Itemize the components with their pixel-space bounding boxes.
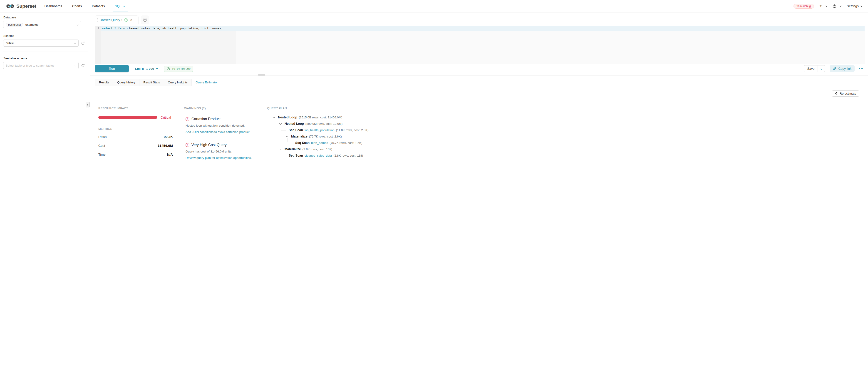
plan-node-stats: (2.8K rows, cost: 132) (303, 148, 332, 151)
plan-node-stats: (2.8K rows, cost: 118) (333, 154, 363, 157)
sql-keyword: select (102, 27, 113, 30)
nav-menu: Dashboards Charts Datasets SQL (44, 0, 125, 12)
active-tab-underline (113, 11, 128, 12)
nav-item-sql-label: SQL (115, 4, 122, 8)
schema-select[interactable]: public (3, 39, 79, 47)
database-engine-tag: postgresql (6, 23, 23, 27)
warning-item: ! Cartesian Product Nested loop without … (184, 117, 258, 133)
scrollbar-thumb[interactable] (89, 102, 90, 107)
clock-icon (167, 67, 170, 70)
close-tab-icon[interactable]: × (130, 18, 132, 22)
metric-value: 31456.0M (158, 144, 173, 148)
table-select-placeholder: Select table or type to search tables (6, 64, 55, 67)
metric-label: Cost (98, 144, 105, 148)
tab-query-history[interactable]: Query history (113, 79, 140, 86)
check-circle-icon: ✓ (124, 18, 128, 22)
brand-name: Superset (17, 3, 36, 9)
new-query-tab-button[interactable]: + (141, 16, 149, 24)
navbar: Superset Dashboards Charts Datasets SQL … (0, 0, 434, 12)
query-plan-node: Seq Scan wb_health_population (11.8K row… (267, 127, 434, 133)
database-label: Database (3, 16, 87, 19)
plan-node-name: Nested Loop (285, 122, 304, 125)
sql-lab-sidebar: Database postgresql examples Schema publ… (0, 12, 90, 195)
warning-circle-icon: ! (186, 117, 189, 121)
limit-label: LIMIT: (135, 67, 144, 70)
pane-resize-handle[interactable] (258, 74, 265, 76)
warnings-panel: WARNINGS (2) ! Cartesian Product Nested … (178, 101, 264, 195)
timer-value: 00:00:00.00 (172, 67, 190, 70)
divider (3, 52, 88, 52)
run-button[interactable]: Run (95, 65, 129, 72)
query-plan-node: Materialize (2.8K rows, cost: 132) (267, 146, 434, 152)
collapse-sidebar-button[interactable] (86, 102, 89, 108)
chevron-down-icon (123, 4, 125, 7)
plan-node-name: Materialize (291, 134, 308, 138)
warning-circle-icon: ! (186, 143, 189, 147)
plus-circle-icon: + (143, 18, 147, 22)
plan-node-name: Seq Scan (295, 141, 310, 145)
query-plan-node: Materialize (75.7K rows, cost: 2.6K) (267, 133, 434, 140)
schema-value: public (6, 41, 13, 45)
warning-title: Cartesian Product (191, 117, 220, 121)
caret-down-icon (156, 68, 158, 69)
warnings-heading: WARNINGS (2) (184, 107, 258, 110)
metric-label: Rows (98, 135, 106, 139)
query-tab-strip: Untitled Query 1 ✓ × + (95, 16, 434, 24)
chevron-down-icon[interactable] (279, 122, 282, 124)
line-number: 1 (95, 26, 101, 30)
schema-label: Schema (3, 34, 87, 37)
metrics-heading: METRICS (98, 127, 173, 130)
query-tab[interactable]: Untitled Query 1 ✓ × (95, 16, 138, 24)
table-link[interactable]: wb_health_population (305, 128, 334, 132)
chevron-down-icon (74, 42, 76, 44)
warning-title: Very High Cost Query (191, 143, 227, 147)
sql-lab-main: Untitled Query 1 ✓ × + 1 select * from c… (90, 12, 434, 195)
database-select[interactable]: postgresql examples (3, 21, 81, 28)
drag-handle-icon[interactable] (97, 18, 98, 22)
tab-query-insights[interactable]: Query Insights (164, 79, 192, 86)
plan-node-name: Seq Scan (289, 154, 303, 157)
nav-item-datasets[interactable]: Datasets (92, 0, 105, 12)
table-link[interactable]: cleaned_sales_data (305, 154, 332, 157)
tab-result-stats[interactable]: Result Stats (139, 79, 164, 86)
tab-results[interactable]: Results (95, 79, 113, 86)
chevron-down-icon[interactable] (279, 148, 282, 150)
database-value: examples (25, 23, 38, 26)
chevron-down-icon[interactable] (286, 135, 288, 137)
refresh-schemas-button[interactable] (81, 41, 85, 45)
tab-query-estimator[interactable]: Query Estimator (191, 79, 222, 86)
warning-suggestion-link[interactable]: Review query plan for optimization oppor… (186, 156, 252, 159)
query-plan-node: Seq Scan birth_names (75.7K rows, cost: … (267, 140, 434, 146)
query-plan-tree: Nested Loop (2515.0B rows, cost: 31456.0… (267, 114, 434, 159)
sql-editor[interactable]: 1 select * from cleaned_sales_data, wb_h… (95, 26, 434, 64)
superset-infinity-icon (6, 3, 14, 9)
metric-value: N/A (167, 152, 173, 156)
plan-node-name: Nested Loop (278, 116, 297, 119)
superset-logo[interactable]: Superset (0, 3, 43, 9)
metric-row: Rows 90.3K (98, 132, 173, 141)
limit-dropdown[interactable]: LIMIT: 1 000 (135, 67, 158, 70)
nav-item-dashboards[interactable]: Dashboards (44, 0, 62, 12)
editor-gutter: 1 (95, 26, 101, 64)
table-link[interactable]: birth_names (311, 141, 328, 145)
impact-level-label: Critical (161, 116, 171, 119)
tree-connector-icon (288, 140, 292, 143)
table-select[interactable]: Select table or type to search tables (3, 62, 79, 69)
resource-impact-heading: RESOURCE IMPACT (98, 107, 173, 110)
chevron-down-icon (74, 64, 76, 67)
plan-node-name: Materialize (285, 147, 301, 151)
tree-connector-icon (281, 127, 286, 130)
estimator-header: Re-estimate (90, 86, 434, 101)
warning-suggestion-link[interactable]: Add JOIN conditions to avoid cartesian p… (186, 130, 250, 133)
nav-item-charts[interactable]: Charts (72, 0, 82, 12)
nav-item-sql[interactable]: SQL (115, 0, 125, 12)
plan-node-stats: (11.8K rows, cost: 2.5K) (336, 128, 368, 132)
refresh-tables-button[interactable] (81, 64, 85, 67)
editor-toolbar: Run LIMIT: 1 000 00:00:00.00 Save (95, 64, 434, 73)
chevron-down-icon[interactable] (273, 116, 275, 118)
sql-text: * (113, 27, 118, 30)
query-plan-node: Nested Loop (2515.0B rows, cost: 31456.0… (267, 114, 434, 120)
editor-print-margin (236, 26, 434, 64)
plan-node-stats: (75.7K rows, cost: 2.6K) (309, 135, 342, 138)
query-timer: 00:00:00.00 (164, 66, 193, 72)
